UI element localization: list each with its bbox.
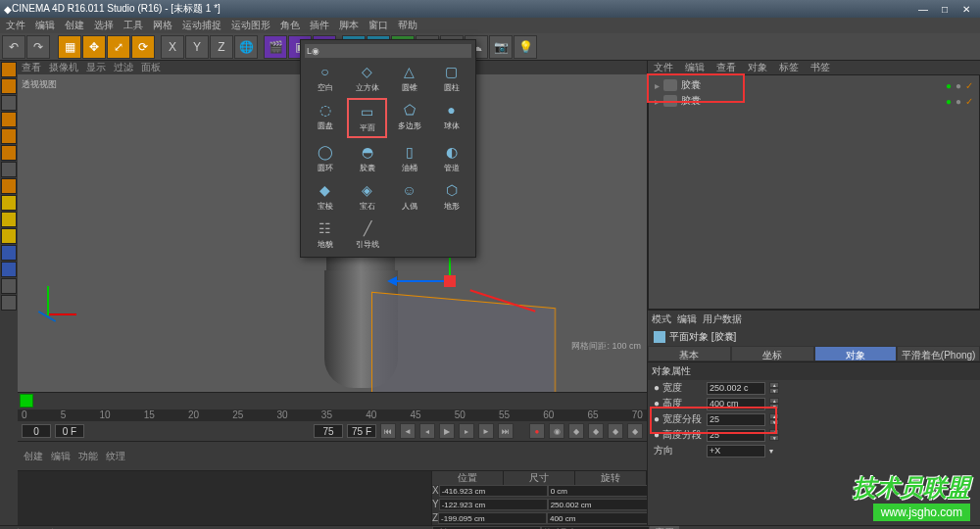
primitive-地形[interactable]: ⬡地形 [431, 178, 471, 215]
primitive-圆盘[interactable]: ◌圆盘 [305, 98, 345, 138]
attr-tab[interactable]: 平滑着色(Phong) [897, 346, 980, 361]
primitive-多边形[interactable]: ⬠多边形 [389, 98, 429, 138]
close-button[interactable]: ✕ [956, 4, 976, 15]
primitive-球体[interactable]: ●球体 [431, 98, 471, 138]
primitive-人偶[interactable]: ☺人偶 [389, 178, 429, 215]
redo-button[interactable]: ↷ [26, 35, 50, 59]
texture-mode-button[interactable] [1, 95, 17, 111]
attr-mode-tab[interactable]: 编辑 [677, 313, 697, 326]
mat-tab[interactable]: 纹理 [106, 450, 125, 463]
pos-input[interactable] [439, 485, 548, 497]
primitive-油桶[interactable]: ▯油桶 [389, 140, 429, 176]
maximize-button[interactable]: □ [935, 4, 955, 15]
tool-b-button[interactable] [1, 295, 17, 311]
attr-input[interactable] [707, 429, 765, 442]
primitive-平面[interactable]: ▭平面 [347, 98, 387, 138]
scale-button[interactable]: ⤢ [107, 35, 130, 59]
menu-选择[interactable]: 选择 [94, 19, 114, 32]
play-button[interactable]: ▶ [439, 423, 455, 439]
vp-tab[interactable]: 查看 [22, 61, 41, 74]
point-mode-button[interactable] [1, 112, 17, 127]
camera-button[interactable]: 📷 [489, 35, 513, 59]
key-param-button[interactable]: ◆ [627, 423, 643, 439]
menu-插件[interactable]: 插件 [310, 19, 329, 32]
vp-tab[interactable]: 过滤 [114, 61, 133, 74]
goto-start-button[interactable]: ⏮ [380, 423, 396, 439]
quantize-button[interactable] [1, 245, 17, 261]
rotate-button[interactable]: ⟳ [131, 35, 155, 59]
hierarchy-item[interactable]: ▸胶囊●●✓ [651, 77, 977, 93]
menu-运动捕捉[interactable]: 运动捕捉 [182, 19, 221, 32]
attr-mode-tab[interactable]: 用户数据 [703, 313, 742, 326]
model-mode-button[interactable] [1, 62, 17, 77]
hierarchy-tab[interactable]: 对象 [742, 61, 773, 74]
material-list[interactable] [18, 471, 431, 525]
mat-tab[interactable]: 功能 [78, 450, 98, 463]
orient-input[interactable] [707, 445, 765, 457]
object-mode-button[interactable] [1, 78, 17, 94]
axis-mode-button[interactable] [1, 195, 17, 211]
hierarchy-tab[interactable]: 文件 [648, 61, 679, 74]
vp-tab[interactable]: 显示 [86, 61, 106, 74]
minimize-button[interactable]: — [913, 4, 933, 15]
hierarchy-item[interactable]: ▸胶囊●●✓ [651, 93, 977, 109]
key-pos-button[interactable]: ◆ [568, 423, 584, 439]
hierarchy-tab[interactable]: 书签 [805, 61, 836, 74]
tool-a-button[interactable] [1, 278, 17, 294]
primitive-地貌[interactable]: ☷地貌 [305, 216, 345, 253]
key-rot-button[interactable]: ◆ [608, 423, 623, 439]
primitive-空白[interactable]: ○空白 [305, 60, 345, 96]
workplane-button[interactable] [1, 228, 17, 244]
locked-button[interactable] [1, 262, 17, 277]
primitive-圆锥[interactable]: △圆锥 [389, 60, 429, 96]
attr-input[interactable] [707, 398, 765, 410]
size-input[interactable] [548, 499, 657, 510]
spin-down[interactable]: ▾ [769, 419, 779, 425]
object-hierarchy[interactable]: ▸胶囊●●✓▸胶囊●●✓ [648, 74, 980, 310]
size-input[interactable] [547, 512, 656, 524]
size-input[interactable] [548, 485, 657, 497]
attr-mode-tab[interactable]: 模式 [652, 313, 671, 326]
spin-down[interactable]: ▾ [769, 404, 779, 409]
menu-角色[interactable]: 角色 [280, 19, 300, 32]
prev-key-button[interactable]: ◄ [400, 423, 416, 439]
primitive-引导线[interactable]: ╱引导线 [347, 216, 387, 253]
next-key-button[interactable]: ► [478, 423, 494, 439]
attr-input[interactable] [707, 382, 765, 395]
menu-编辑[interactable]: 编辑 [35, 19, 55, 32]
menu-脚本[interactable]: 脚本 [339, 19, 359, 32]
primitive-宝棱[interactable]: ◆宝棱 [305, 178, 345, 215]
pos-input[interactable] [438, 512, 547, 524]
menu-工具[interactable]: 工具 [123, 19, 143, 32]
primitive-管道[interactable]: ◐管道 [431, 140, 471, 176]
attr-tab[interactable]: 坐标 [731, 346, 814, 361]
next-frame-button[interactable]: ▸ [459, 423, 474, 439]
axis-y-button[interactable]: Y [185, 35, 209, 59]
polygon-mode-button[interactable] [1, 145, 17, 161]
hierarchy-tab[interactable]: 查看 [710, 61, 742, 74]
timeline-track[interactable] [18, 392, 647, 409]
attr-tab[interactable]: 基本 [648, 346, 731, 361]
mat-tab[interactable]: 编辑 [51, 450, 71, 463]
prev-frame-button[interactable]: ◂ [419, 423, 435, 439]
key-scale-button[interactable]: ◆ [588, 423, 604, 439]
timeline-start-input[interactable] [22, 424, 51, 438]
axis-z-button[interactable]: Z [210, 35, 233, 59]
menu-帮助[interactable]: 帮助 [398, 19, 417, 32]
attr-tab[interactable]: 对象 [814, 346, 898, 361]
primitive-宝石[interactable]: ◈宝石 [347, 178, 387, 215]
mat-tab[interactable]: 创建 [24, 450, 43, 463]
menu-网格[interactable]: 网格 [153, 19, 172, 32]
axis-x-button[interactable]: X [161, 35, 184, 59]
move-button[interactable]: ✥ [82, 35, 106, 59]
light-button[interactable]: 💡 [514, 35, 537, 59]
edge-mode-button[interactable] [1, 128, 17, 144]
goto-end-button[interactable]: ⏭ [498, 423, 514, 439]
menu-文件[interactable]: 文件 [6, 19, 25, 32]
spin-down[interactable]: ▾ [769, 388, 779, 394]
world-axis-button[interactable]: 🌐 [234, 35, 258, 59]
primitive-胶囊[interactable]: ◓胶囊 [347, 140, 387, 176]
spin-down[interactable]: ▾ [769, 435, 779, 441]
uv-point-button[interactable] [1, 162, 17, 177]
uv-poly-button[interactable] [1, 178, 17, 194]
